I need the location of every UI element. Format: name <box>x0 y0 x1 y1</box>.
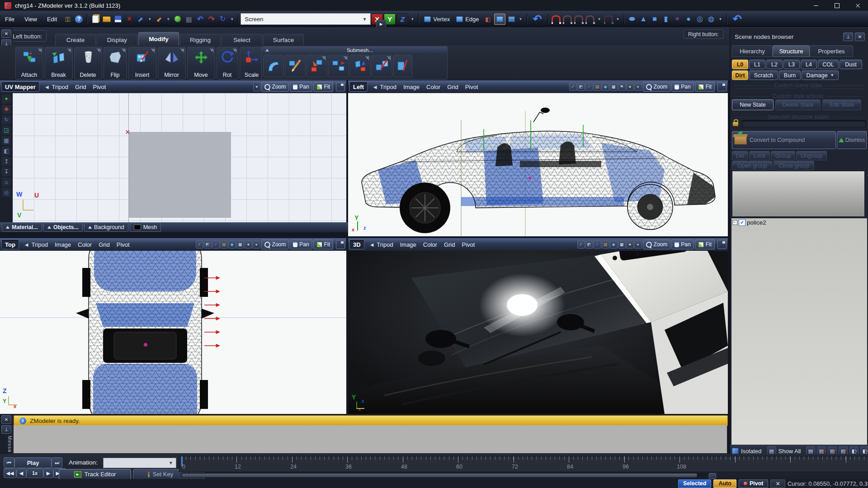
uv-options-dropdown-icon[interactable]: ▼ <box>253 82 260 91</box>
left-viewport-title[interactable]: Left <box>349 82 368 92</box>
top-pan-button[interactable]: Pan <box>290 239 312 249</box>
light-icon[interactable]: ● <box>626 83 634 91</box>
expand-corner-icon[interactable] <box>67 49 71 52</box>
expand-corner-icon[interactable] <box>210 49 213 52</box>
commands-close-button[interactable]: ✕ <box>1 29 11 38</box>
ungroup-button[interactable]: Ungroup <box>796 151 827 160</box>
snap-grid-icon[interactable] <box>585 14 595 24</box>
left-canvas[interactable]: Y x z <box>348 93 728 236</box>
expand-corner-icon[interactable] <box>322 56 326 60</box>
import-dropdown-icon[interactable]: ▾ <box>165 14 171 24</box>
submesh-tool-split[interactable] <box>350 55 371 77</box>
uv-tool-grid-icon[interactable]: ▦ <box>2 136 11 145</box>
ribbon-button-move[interactable]: Move <box>187 47 215 80</box>
viewport-back-icon[interactable]: ◀ <box>373 84 377 89</box>
submesh-tool-weld[interactable] <box>372 55 392 77</box>
close-button[interactable] <box>847 0 868 11</box>
uv-maximize-icon[interactable] <box>336 82 345 91</box>
left-maximize-icon[interactable] <box>717 82 726 91</box>
vertex-mode-button[interactable]: Vertex <box>421 14 453 24</box>
history-undo-icon[interactable]: ↶ <box>730 14 745 24</box>
play-button[interactable]: Play <box>14 457 52 468</box>
lock-button[interactable]: Lock <box>749 151 770 160</box>
uv-tool-zoomsel-icon[interactable]: ⌂ <box>2 178 11 187</box>
left-menu-grid[interactable]: Grid <box>447 84 458 90</box>
state-burn-button[interactable]: Burn <box>779 70 801 80</box>
tab-rigging[interactable]: Rigging <box>180 34 221 45</box>
3d-pan-button[interactable]: Pan <box>671 239 693 249</box>
texture-icon[interactable]: ▦ <box>184 14 194 24</box>
structure-states-field[interactable] <box>742 120 866 127</box>
tab-surface[interactable]: Surface <box>263 34 304 45</box>
import-icon[interactable]: ⬋ <box>154 14 164 24</box>
viewport-back-icon[interactable]: ◀ <box>25 242 28 247</box>
left-fit-button[interactable]: Fit <box>695 82 715 92</box>
tab-modify[interactable]: Modify <box>138 32 179 45</box>
menu-view[interactable]: View <box>19 16 42 23</box>
messages-pin-button[interactable]: ⊥ <box>1 425 11 434</box>
top-viewport-title[interactable]: Top <box>1 239 19 249</box>
timeline-scroll-button[interactable] <box>709 473 716 479</box>
refresh-icon[interactable]: ↻ <box>217 14 228 24</box>
left-menu-tripod[interactable]: Tripod <box>380 84 396 90</box>
uv-pan-button[interactable]: Pan <box>290 82 312 92</box>
node-visibility-checkbox[interactable]: ✓ <box>739 219 745 226</box>
state-dirt-button[interactable]: Dirt <box>732 70 748 80</box>
display-dropdown-icon[interactable]: ▾ <box>634 240 642 249</box>
3d-canvas[interactable]: Y z x <box>348 251 728 414</box>
uv-tool-move-icon[interactable]: ✥ <box>2 105 11 114</box>
export-icon[interactable]: ⬈ <box>135 14 146 24</box>
primitive-cube-icon[interactable]: ■ <box>650 14 660 24</box>
uv-canvas[interactable]: ✕ W U V <box>13 93 346 222</box>
uv-tool-mapping-icon[interactable]: ◧ <box>2 146 11 155</box>
draw-edges-icon[interactable]: ∕ <box>585 83 593 91</box>
tab-select[interactable]: Select <box>222 34 262 45</box>
open-group-button[interactable]: Open group <box>732 161 773 170</box>
submesh-tool-brush[interactable] <box>285 55 306 77</box>
top-menu-color[interactable]: Color <box>78 241 92 248</box>
top-maximize-icon[interactable] <box>336 240 345 249</box>
top-menu-image[interactable]: Image <box>55 241 71 248</box>
undo-icon[interactable]: ↶ <box>195 14 205 24</box>
screen-mode-combo[interactable]: Screen ▼ <box>241 13 371 25</box>
uv-tool-scale-icon[interactable]: ◲ <box>2 126 11 135</box>
palette-icon[interactable]: ▤ <box>220 240 228 249</box>
lod-dust-button[interactable]: Dust <box>840 60 862 69</box>
render-icon[interactable] <box>172 14 183 24</box>
clear-selection-button[interactable]: ✕ <box>770 479 785 488</box>
go-end-button[interactable]: ⏭ <box>52 457 62 468</box>
left-menu-pivot[interactable]: Pivot <box>465 84 478 90</box>
step-forward-button[interactable]: ▶ <box>43 468 53 478</box>
scene-tree[interactable]: ✓ police2 <box>731 218 868 446</box>
submesh-tool-detach[interactable] <box>328 55 349 77</box>
left-zoom-button[interactable]: Zoom <box>643 82 671 92</box>
uv-viewport-title[interactable]: UV Mapper <box>1 82 39 92</box>
step-back-button[interactable]: ◀ <box>16 468 26 478</box>
expand-corner-icon[interactable] <box>387 56 391 60</box>
wireframe-mode-icon[interactable]: ∕ <box>569 83 577 91</box>
menu-edit[interactable]: Edit <box>42 16 62 23</box>
new-file-icon[interactable] <box>90 14 100 24</box>
redo-icon[interactable]: ↷ <box>206 14 217 24</box>
3d-menu-pivot[interactable]: Pivot <box>462 241 475 248</box>
3d-menu-image[interactable]: Image <box>400 241 416 248</box>
undo-large-icon[interactable]: ↶ <box>530 14 545 24</box>
primitive-cone-icon[interactable]: ▲ <box>638 14 649 24</box>
snap-settings-dropdown-icon[interactable]: ▾ <box>615 14 621 24</box>
snap-dropdown-icon[interactable]: ▾ <box>596 14 603 24</box>
submesh-tool-more[interactable] <box>393 55 412 77</box>
palette-icon[interactable]: ▤ <box>602 240 609 249</box>
lod-l4-button[interactable]: L4 <box>801 60 817 69</box>
uv-menu-tripod[interactable]: Tripod <box>52 84 68 90</box>
rewind-button[interactable]: ◀◀ <box>4 468 16 478</box>
ribbon-button-flip[interactable]: Flip <box>104 47 127 80</box>
tab-create[interactable]: Create <box>55 34 96 45</box>
timeline-ruler[interactable]: 0 12 24 36 48 60 72 84 96 108 <box>179 456 868 472</box>
ribbon-button-mirror[interactable]: Mirror <box>158 47 186 80</box>
delete-file-icon[interactable]: × <box>124 14 134 24</box>
3d-fit-button[interactable]: Fit <box>695 239 715 249</box>
lod-l3-button[interactable]: L3 <box>783 60 800 69</box>
tab-mesh[interactable]: Mesh <box>130 223 161 232</box>
expand-corner-icon[interactable] <box>180 49 184 52</box>
uv-fit-button[interactable]: Fit <box>313 82 333 92</box>
